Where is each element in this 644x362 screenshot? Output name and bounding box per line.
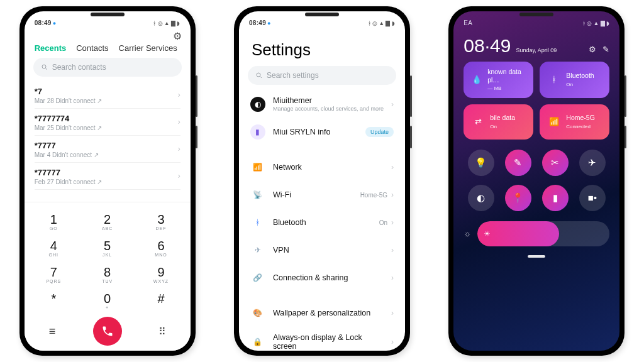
row-sysinfo[interactable]: ▮ Miui SRYLN info Update [248, 118, 396, 146]
row-icon: ✈ [250, 243, 265, 258]
quick-toggle[interactable]: ▮ [542, 185, 569, 211]
svg-line-3 [260, 77, 262, 79]
quick-toggle[interactable]: ✂ [542, 150, 569, 176]
tab-recents[interactable]: Recents [35, 43, 67, 53]
phone-info-icon: ▮ [250, 124, 265, 140]
key-9[interactable]: 9WXYZ [134, 261, 187, 288]
key-0[interactable]: 0+ [80, 288, 134, 314]
status-bar: 08:49● ᚼ◎▲▇◗ [25, 11, 191, 28]
status-bar: EA ᚼ◎▲▇◗ [453, 11, 619, 28]
settings-row[interactable]: 🔒 Always-on display & Lock screen › [248, 327, 396, 351]
search-icon [41, 63, 48, 71]
quick-toggle[interactable]: ✈ [579, 150, 606, 176]
dialpad: 1GO2ABC3DEF4GHI5JKL6MNO7PQRS8TUV9WXYZ*0+… [25, 202, 191, 351]
tile-icon: 📶 [547, 117, 561, 126]
settings-row[interactable]: ᚼ Bluetooth On › [248, 209, 396, 236]
quick-toggle[interactable]: ◐ [468, 185, 494, 211]
update-badge[interactable]: Update [365, 127, 394, 137]
call-row[interactable]: *7777774 Mar 25 Didn't connect › [35, 109, 180, 136]
key-4[interactable]: 4GHI [27, 235, 80, 261]
settings-row[interactable]: ✈ VPN › [248, 236, 396, 264]
tile-icon: ⇄ [471, 117, 485, 126]
row-icon: 🔒 [250, 334, 265, 349]
cc-tile[interactable]: ⇄ bile dataOn [464, 104, 533, 140]
call-row[interactable]: *77777 Feb 27 Didn't connect › [35, 163, 180, 190]
tab-carrier[interactable]: Carrier Services [119, 43, 177, 53]
chevron-right-icon: › [178, 90, 180, 99]
menu-icon[interactable]: ≡ [42, 325, 62, 338]
tab-contacts[interactable]: Contacts [76, 43, 108, 53]
call-row[interactable]: *7777 Mar 4 Didn't connect › [35, 136, 180, 163]
settings-icon[interactable]: ⚙ [589, 45, 596, 54]
brightness-low-icon: ☼ [464, 229, 471, 238]
chevron-right-icon: › [391, 337, 394, 346]
brightness-row: ☼ [464, 221, 609, 246]
row-account[interactable]: ◐ Miuithemer Manage accounts, cloud serv… [248, 90, 396, 118]
chevron-right-icon: › [391, 273, 394, 282]
row-icon: 📡 [250, 187, 265, 202]
clock-row: 08·49 Sunday, April 09 ⚙ ✎ [464, 35, 609, 57]
call-log: *7 Mar 28 Didn't connect › *7777774 Mar … [25, 82, 191, 202]
row-icon: 📶 [250, 160, 265, 175]
tile-icon: ᚼ [547, 75, 561, 84]
cc-tile[interactable]: 📶 Home-5GConnected [540, 104, 609, 140]
svg-point-0 [42, 65, 46, 69]
key-5[interactable]: 5JKL [80, 235, 134, 261]
quick-toggles: 💡✎✂✈◐📍▮■• [464, 147, 609, 220]
key-3[interactable]: 3DEF [134, 209, 187, 235]
key-7[interactable]: 7PQRS [27, 261, 80, 288]
svg-line-1 [45, 69, 47, 70]
key-6[interactable]: 6MNO [134, 235, 187, 261]
chevron-right-icon: › [178, 145, 180, 153]
key-#[interactable]: # [134, 288, 187, 314]
chevron-right-icon: › [178, 118, 180, 126]
cc-tile[interactable]: ᚼ BluetoothOn [540, 62, 609, 98]
search-input[interactable]: Search settings [248, 66, 396, 85]
key-*[interactable]: * [27, 288, 80, 314]
brightness-slider[interactable] [477, 221, 609, 246]
row-icon: 🎨 [250, 305, 265, 321]
settings-row[interactable]: 📶 Network › [248, 153, 396, 181]
tile-icon: 💧 [471, 75, 482, 84]
call-row[interactable]: *7 Mar 28 Didn't connect › [35, 82, 180, 109]
chevron-right-icon: › [391, 218, 394, 227]
search-input[interactable]: Search contacts [33, 58, 182, 77]
chevron-right-icon: › [391, 246, 394, 255]
dialer-tabs: Recents Contacts Carrier Services [25, 42, 191, 58]
call-button[interactable] [93, 317, 122, 346]
settings-row[interactable]: 🔗 Connection & sharing › [248, 264, 396, 292]
dialpad-toggle-icon[interactable]: ⠿ [152, 326, 172, 337]
settings-row[interactable]: 📡 Wi-Fi Home-5G › [248, 181, 396, 209]
quick-toggle[interactable]: 📍 [505, 185, 531, 211]
chevron-right-icon: › [391, 163, 394, 172]
big-tiles: 💧 known data pl…— MB ᚼ BluetoothOn ⇄ bil… [464, 62, 609, 140]
cc-tile[interactable]: 💧 known data pl…— MB [464, 62, 533, 98]
key-2[interactable]: 2ABC [80, 209, 134, 235]
drag-handle[interactable] [528, 255, 545, 258]
quick-toggle[interactable]: ✎ [505, 150, 531, 176]
quick-toggle[interactable]: ■• [579, 185, 606, 211]
page-title: Settings [239, 28, 405, 66]
row-icon: ᚼ [250, 215, 265, 230]
phone-control-center: EA ᚼ◎▲▇◗ 08·49 Sunday, April 09 ⚙ ✎ 💧 kn… [448, 6, 625, 356]
chevron-right-icon: › [391, 190, 394, 199]
gear-icon[interactable]: ⚙ [173, 30, 182, 42]
phone-settings: 08:49● ᚼ◎▲▇◗ Settings Search settings ◐ … [234, 6, 410, 356]
key-1[interactable]: 1GO [27, 209, 80, 235]
chevron-right-icon: › [391, 100, 394, 109]
row-icon: 🔗 [250, 270, 265, 285]
edit-icon[interactable]: ✎ [602, 45, 609, 54]
settings-row[interactable]: 🎨 Wallpaper & personalization › [248, 299, 396, 327]
key-8[interactable]: 8TUV [80, 261, 134, 288]
phone-dialer: 08:49● ᚼ◎▲▇◗ ⚙ Recents Contacts Carrier … [19, 6, 196, 356]
status-bar: 08:49● ᚼ◎▲▇◗ [239, 11, 405, 28]
svg-point-2 [257, 73, 260, 77]
avatar-icon: ◐ [250, 97, 265, 112]
chevron-right-icon: › [391, 309, 394, 317]
search-icon [255, 72, 263, 79]
quick-toggle[interactable]: 💡 [468, 150, 494, 176]
phone-icon [101, 325, 114, 337]
chevron-right-icon: › [178, 172, 180, 180]
